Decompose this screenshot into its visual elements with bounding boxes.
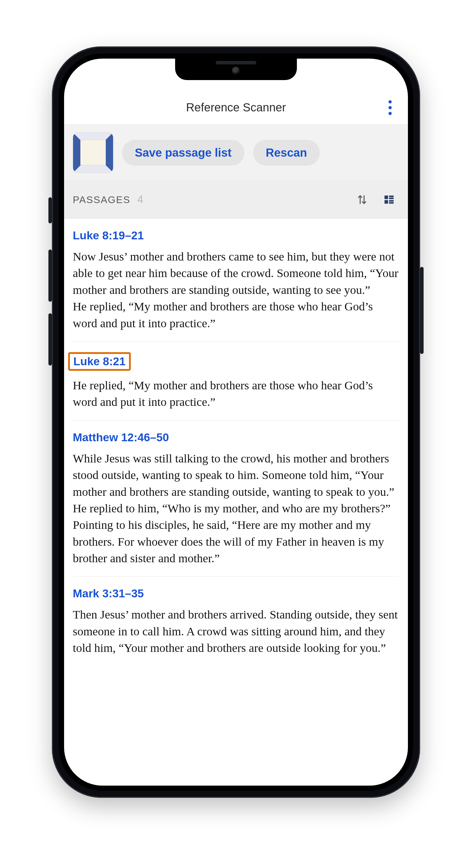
passages-list[interactable]: Luke 8:19–21Now Jesus’ mother and brothe…	[64, 219, 408, 785]
svg-rect-0	[384, 195, 388, 199]
passage-reference-link[interactable]: Luke 8:19–21	[73, 229, 144, 242]
svg-rect-3	[384, 200, 388, 204]
rescan-button[interactable]: Rescan	[253, 140, 320, 166]
svg-rect-1	[389, 195, 394, 197]
save-passage-list-button[interactable]: Save passage list	[122, 140, 244, 166]
passage-text: Now Jesus’ mother and brothers came to s…	[73, 248, 399, 332]
passages-label: PASSAGES	[73, 194, 131, 206]
phone-power-button	[420, 267, 424, 354]
page-title: Reference Scanner	[186, 101, 286, 114]
view-toggle-button[interactable]	[379, 189, 399, 210]
passage-reference-link[interactable]: Matthew 12:46–50	[73, 431, 169, 444]
phone-frame: Reference Scanner Save passage list Resc…	[52, 46, 420, 798]
phone-mute-switch	[48, 197, 52, 223]
passage-entry[interactable]: Luke 8:21He replied, “My mother and brot…	[73, 342, 399, 421]
more-vert-icon	[389, 100, 392, 103]
svg-rect-4	[389, 200, 394, 202]
sort-button[interactable]	[352, 190, 372, 210]
phone-camera	[232, 67, 240, 75]
view-list-icon	[383, 193, 395, 206]
scan-thumbnail[interactable]	[73, 132, 113, 173]
svg-rect-5	[389, 202, 394, 204]
action-strip: Save passage list Rescan	[64, 125, 408, 181]
passage-text: Then Jesus’ mother and brothers arrived.…	[73, 606, 399, 656]
phone-speaker	[216, 61, 256, 64]
passage-reference-link[interactable]: Mark 3:31–35	[73, 587, 144, 600]
phone-volume-down	[48, 313, 52, 366]
passages-header: PASSAGES 4	[64, 181, 408, 219]
app-bar: Reference Scanner	[64, 91, 408, 125]
phone-notch	[175, 59, 297, 80]
passage-entry[interactable]: Matthew 12:46–50While Jesus was still ta…	[73, 421, 399, 577]
passage-text: While Jesus was still talking to the cro…	[73, 450, 399, 567]
more-menu-button[interactable]	[384, 95, 396, 120]
phone-volume-up	[48, 249, 52, 302]
svg-rect-2	[389, 197, 394, 199]
passages-count: 4	[137, 193, 143, 206]
passage-entry[interactable]: Luke 8:19–21Now Jesus’ mother and brothe…	[73, 219, 399, 342]
passage-reference-link[interactable]: Luke 8:21	[68, 352, 131, 371]
passage-text: He replied, “My mother and brothers are …	[73, 377, 399, 410]
sort-arrows-icon	[356, 194, 368, 206]
passage-entry[interactable]: Mark 3:31–35Then Jesus’ mother and broth…	[73, 577, 399, 666]
screen: Reference Scanner Save passage list Resc…	[64, 59, 408, 785]
